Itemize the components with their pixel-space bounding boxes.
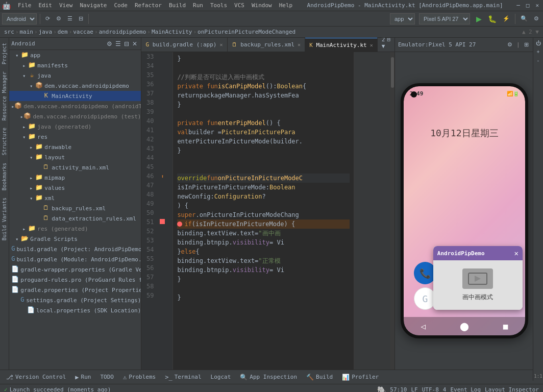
- menu-refactor[interactable]: Refactor: [132, 1, 165, 10]
- tree-activity-main[interactable]: 🗒 activity_main.xml: [9, 162, 141, 173]
- tree-gradle-wrapper[interactable]: 📄 gradle-wrapper.properties (Gradle Vers…: [9, 264, 141, 275]
- tab-mainactivity[interactable]: K MainActivity.kt ✕: [305, 38, 378, 52]
- split-btn[interactable]: ⊟: [387, 38, 390, 43]
- tree-build-gradle-app[interactable]: G build.gradle (Module: AndroidPipDemo.a…: [9, 254, 141, 264]
- tab-backup-rules-close[interactable]: ✕: [298, 42, 301, 47]
- tab-mainactivity-close[interactable]: ✕: [370, 42, 373, 48]
- bread-mainactivity[interactable]: MainActivity: [152, 29, 192, 35]
- toolbar-fold-btn[interactable]: ⊟: [77, 14, 85, 23]
- tree-res-gen[interactable]: ▸ 📁 res (generated): [9, 224, 141, 234]
- tree-res[interactable]: ▾ 📁 res: [9, 132, 141, 142]
- bottom-tab-todo[interactable]: TODO: [96, 373, 118, 381]
- menu-file[interactable]: File: [15, 1, 35, 10]
- menu-window[interactable]: Window: [249, 1, 275, 10]
- toolbar-settings-btn[interactable]: ⚙: [54, 14, 63, 23]
- bread-vaccae[interactable]: vaccae: [73, 29, 93, 35]
- tab-structure[interactable]: Structure: [1, 125, 8, 158]
- status-event-log[interactable]: Event Log: [450, 386, 481, 392]
- tree-java[interactable]: ▾ ☕ java: [9, 70, 141, 81]
- bread-main[interactable]: main: [20, 29, 34, 35]
- module-selector[interactable]: app: [390, 13, 415, 24]
- nav-home-btn[interactable]: ⬤: [460, 322, 469, 331]
- emulator-vol-up-btn[interactable]: +: [535, 48, 541, 55]
- bottom-tab-logcat[interactable]: Logcat: [207, 373, 235, 381]
- bread-androidpipdemo[interactable]: androidpipdemo: [99, 29, 146, 35]
- sidebar-collapse-btn[interactable]: ⊟: [122, 40, 131, 48]
- bottom-tab-build[interactable]: 🔨 Build: [302, 373, 337, 382]
- tree-settings-gradle[interactable]: G settings.gradle (Project Settings): [9, 295, 141, 305]
- bottom-tab-vcs[interactable]: ⎇ Version Control: [2, 373, 70, 382]
- bread-onpip[interactable]: onPictureinPictureModeChanged: [198, 29, 295, 35]
- pip-window[interactable]: AndroidPipDemo ✕ 画中画模式: [433, 246, 523, 310]
- menu-tools[interactable]: Tools: [207, 1, 230, 10]
- project-selector[interactable]: Android: [2, 13, 37, 24]
- device-selector[interactable]: Pixel 5 API 27: [419, 13, 470, 24]
- tab-backup-rules[interactable]: 🗒 backup_rules.xml ✕: [228, 38, 306, 52]
- pip-close-btn[interactable]: ✕: [514, 249, 518, 257]
- tree-manifests[interactable]: ▸ 📁 manifests: [9, 60, 141, 70]
- tree-pkg2[interactable]: ▸ 📦 dem.vaccae.androidpipdemo (androidTe…: [9, 101, 141, 111]
- vertical-scrollbar-thumb[interactable]: [391, 57, 394, 88]
- search-everywhere-btn[interactable]: 🔍: [519, 14, 530, 23]
- editor-content[interactable]: 33 34 35 36 37 38 39 40 41 42 43 44 45 4…: [141, 52, 394, 370]
- tab-project[interactable]: Project: [1, 40, 8, 67]
- sidebar-list-btn[interactable]: ☰: [114, 40, 122, 48]
- vertical-scrollbar-track[interactable]: [390, 52, 394, 370]
- nav-recents-btn[interactable]: ■: [503, 322, 508, 331]
- menu-code[interactable]: Code: [111, 1, 131, 10]
- recent-files-btn[interactable]: ▲ 2 ▼: [382, 38, 385, 50]
- status-layout-inspector[interactable]: Layout Inspector: [485, 386, 539, 392]
- tree-mainactivity[interactable]: K MainActivity: [9, 91, 141, 101]
- tree-gradle-scripts[interactable]: ▾ 📂 Gradle Scripts: [9, 234, 141, 244]
- bread-java[interactable]: java: [39, 29, 53, 35]
- tree-values[interactable]: ▸ 📁 values: [9, 183, 141, 193]
- tab-build-variants[interactable]: Build Variants: [1, 194, 8, 243]
- profile-btn[interactable]: ⚡: [501, 14, 512, 23]
- maximize-btn[interactable]: □: [524, 2, 532, 9]
- tab-build-gradle-close[interactable]: ✕: [219, 42, 223, 47]
- tree-pkg1[interactable]: ▾ 📦 dem.vaccae.androidpipdemo: [9, 81, 141, 91]
- menu-help[interactable]: Help: [276, 1, 296, 10]
- menu-build[interactable]: Build: [166, 1, 189, 10]
- menu-run[interactable]: Run: [190, 1, 206, 10]
- sidebar-settings-btn[interactable]: ⚙: [105, 40, 114, 48]
- bread-dem[interactable]: dem: [58, 29, 68, 35]
- tree-app[interactable]: ▾ 📁 app: [9, 50, 141, 60]
- run-btn[interactable]: ▶: [474, 14, 484, 24]
- close-btn[interactable]: ✕: [533, 2, 541, 9]
- minimize-btn[interactable]: ─: [514, 2, 522, 9]
- tab-build-gradle[interactable]: G build.gradle (:app) ✕: [141, 38, 227, 52]
- menu-vcs[interactable]: VCS: [231, 1, 248, 10]
- emulator-power-btn[interactable]: ⏻: [534, 40, 542, 46]
- tree-xml[interactable]: ▾ 📁 xml: [9, 193, 141, 203]
- bottom-tab-run[interactable]: ▶ Run: [71, 373, 95, 382]
- menu-view[interactable]: View: [56, 1, 76, 10]
- bottom-tab-terminal[interactable]: >_ Terminal: [161, 373, 205, 382]
- tree-layout[interactable]: ▾ 📁 layout: [9, 152, 141, 162]
- menu-navigate[interactable]: Navigate: [77, 1, 110, 10]
- tree-gradle-props[interactable]: 📄 gradle.properties (Project Properties): [9, 285, 141, 295]
- emulator-settings-btn[interactable]: ⚙: [505, 40, 514, 49]
- tree-java-gen[interactable]: ▸ 📁 java (generated): [9, 121, 141, 132]
- debug-btn[interactable]: 🐛: [486, 14, 499, 24]
- bottom-tab-problems[interactable]: ⚠ Problems: [119, 373, 160, 382]
- emulator-vol-dn-btn[interactable]: -: [536, 57, 540, 64]
- tree-backup-rules[interactable]: 🗒 backup_rules.xml: [9, 203, 141, 213]
- menu-edit[interactable]: Edit: [36, 1, 56, 10]
- tree-pkg3[interactable]: ▸ 📦 dem.vaccae.androidpipdemo (test): [9, 111, 141, 121]
- tree-mipmap[interactable]: ▸ 📁 mipmap: [9, 173, 141, 183]
- tab-bookmarks[interactable]: Bookmarks: [1, 160, 8, 193]
- emulator-zoom-btn[interactable]: ⊞: [522, 40, 531, 49]
- code-editor[interactable]: } //判断是否可以进入画中画模式 private fun isCanPipMo…: [173, 52, 354, 370]
- tree-proguard[interactable]: 📄 proguard-rules.pro (ProGuard Rules for…: [9, 275, 141, 285]
- toolbar-sync-btn[interactable]: ⟳: [43, 14, 52, 23]
- tree-local-props[interactable]: 📄 local.properties (SDK Location): [9, 305, 141, 315]
- sidebar-close-btn[interactable]: ✕: [131, 40, 139, 48]
- bottom-tab-appinspection[interactable]: 🔍 App Inspection: [236, 373, 301, 382]
- nav-back-btn[interactable]: ◁: [421, 322, 426, 331]
- settings-btn-2[interactable]: ⚙: [532, 14, 541, 23]
- tab-resource-manager[interactable]: Resource Manager: [1, 68, 8, 124]
- bread-src[interactable]: src: [4, 29, 14, 35]
- toolbar-list-btn[interactable]: ☰: [65, 14, 75, 23]
- tree-data-extr[interactable]: 🗒 data_extraction_rules.xml: [9, 213, 141, 224]
